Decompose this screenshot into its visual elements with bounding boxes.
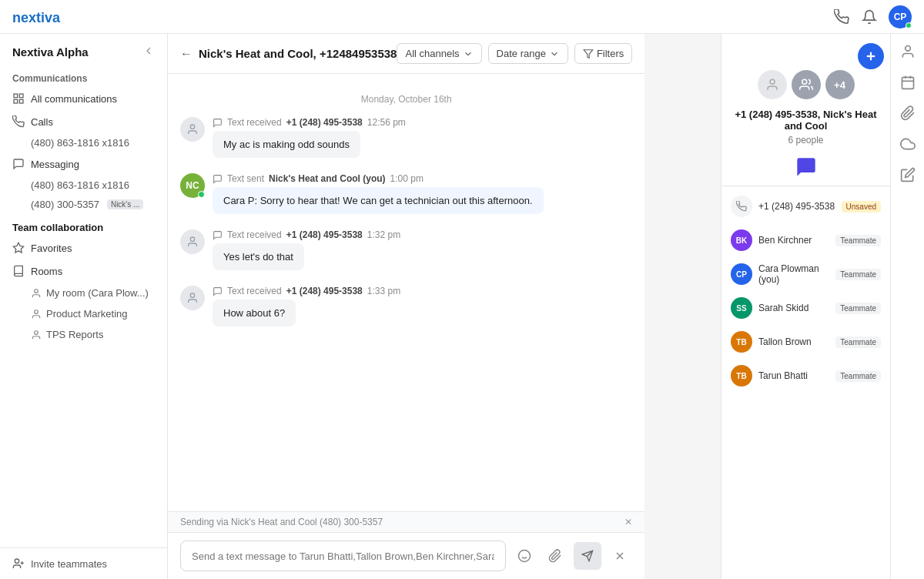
rail-person-icon[interactable] <box>899 43 916 60</box>
date-range-btn[interactable]: Date range <box>488 43 568 64</box>
member-badge-tarbhatti: Teammate <box>835 370 881 382</box>
msg-bubble-3: Yes let's do that <box>213 243 304 270</box>
compose-input-row <box>168 533 644 579</box>
member-avatar-cp: CP <box>731 263 752 285</box>
bell-icon[interactable] <box>861 8 878 25</box>
msg-content-3: Text received +1 (248) 495-3538 1:32 pm … <box>213 229 632 270</box>
member-badge-bk: Teammate <box>835 235 881 246</box>
svg-text:nextiva: nextiva <box>12 9 61 25</box>
emoji-btn[interactable] <box>512 544 537 568</box>
rail-edit-icon[interactable] <box>899 166 916 183</box>
panel-contact-name: +1 (248) 495-3538, Nick's Heat and Cool <box>721 105 890 135</box>
sidebar-calls-number[interactable]: (480) 863-1816 x1816 <box>0 133 167 152</box>
svg-point-12 <box>770 79 775 84</box>
phone-topbar-icon[interactable] <box>833 8 850 25</box>
panel-member-ss: SS Sarah Skidd Teammate <box>721 291 890 325</box>
member-avatar-ss: SS <box>731 297 752 319</box>
message-row: Text received +1 (248) 495-3538 12:56 pm… <box>180 117 632 158</box>
svg-point-21 <box>190 237 194 241</box>
msg-content-1: Text received +1 (248) 495-3538 12:56 pm… <box>213 117 632 158</box>
panel-member-tarbhatti: TB Tarun Bhatti Teammate <box>721 359 890 393</box>
member-name-bk: Ben Kirchner <box>758 235 829 246</box>
chat-body: Monday, October 16th Text received +1 (2… <box>168 74 644 511</box>
member-name-talbrown: Tallon Brown <box>758 336 829 347</box>
sidebar-item-rooms[interactable]: Rooms <box>0 259 167 283</box>
sidebar-messaging-number2[interactable]: (480) 300-5357 Nick's ... <box>0 195 167 214</box>
unsaved-badge: Unsaved <box>842 201 881 213</box>
phone-member-icon <box>731 196 752 217</box>
msg-avatar-received3 <box>180 229 205 254</box>
compose-close-btn[interactable] <box>608 544 632 568</box>
msg-bubble-4: How about 6? <box>213 300 296 326</box>
filters-btn[interactable]: Filters <box>574 43 632 64</box>
svg-point-9 <box>15 559 18 563</box>
sidebar-title: Nextiva Alpha <box>12 45 89 59</box>
msg-avatar-nc: NC <box>180 173 205 198</box>
communications-section-label: Communications <box>0 65 167 87</box>
svg-point-14 <box>905 46 910 52</box>
msg-bubble-2: Cara P: Sorry to hear that! We can get a… <box>213 187 544 214</box>
compose-close-icon[interactable]: ✕ <box>624 517 632 527</box>
compose-area: Sending via Nick's Heat and Cool (480) 3… <box>168 511 644 579</box>
msg-meta-4: Text received +1 (248) 495-3538 1:33 pm <box>213 286 632 296</box>
topbar-left: nextiva <box>12 6 82 28</box>
svg-marker-5 <box>13 243 23 253</box>
message-icon <box>12 158 25 170</box>
svg-rect-1 <box>14 94 18 98</box>
member-phone-number: +1 (248) 495-3538 <box>758 201 835 212</box>
svg-point-8 <box>35 330 38 334</box>
svg-point-22 <box>190 293 194 297</box>
svg-point-20 <box>190 125 194 129</box>
panel-message-icon[interactable] <box>721 152 890 182</box>
chat-header-left: ← Nick's Heat and Cool, +12484953538 <box>180 47 397 61</box>
star-icon <box>12 242 25 254</box>
sidebar-room-product-marketing[interactable]: Product Marketing <box>0 303 167 324</box>
rail-cloud-icon[interactable] <box>899 136 916 152</box>
msg-content-4: Text received +1 (248) 495-3538 1:33 pm … <box>213 286 632 326</box>
panel-avatar-person <box>758 70 787 99</box>
sidebar-item-messaging[interactable]: Messaging <box>0 152 167 176</box>
svg-rect-15 <box>902 77 913 89</box>
member-name-ss: Sarah Skidd <box>758 303 829 313</box>
phone-icon <box>12 115 25 128</box>
svg-marker-19 <box>584 49 593 58</box>
compose-text-input[interactable] <box>180 541 506 571</box>
svg-point-7 <box>35 310 38 313</box>
member-badge-ss: Teammate <box>835 303 881 314</box>
compose-via-label: Sending via Nick's Heat and Cool (480) 3… <box>168 512 644 533</box>
svg-point-13 <box>802 79 806 84</box>
attach-btn[interactable] <box>543 544 567 568</box>
sidebar-room-myroom[interactable]: My room (Cara Plow...) <box>0 283 167 303</box>
team-collab-section: Team collaboration <box>0 214 167 236</box>
send-btn[interactable] <box>574 542 601 570</box>
chat-header-right: All channels Date range Filters <box>397 43 632 64</box>
panel-member-talbrown: TB Tallon Brown Teammate <box>721 325 890 359</box>
svg-rect-3 <box>19 99 23 103</box>
msg-bubble-1: My ac is making odd sounds <box>213 131 360 158</box>
book-icon <box>12 265 25 277</box>
rail-calendar-icon[interactable] <box>899 74 916 91</box>
user-avatar[interactable]: CP <box>889 5 912 28</box>
svg-point-6 <box>35 289 38 293</box>
logo: nextiva <box>12 6 82 28</box>
sidebar-item-all-communications[interactable]: All communications <box>0 87 167 110</box>
rail-attachment-icon[interactable] <box>899 105 916 122</box>
all-channels-btn[interactable]: All channels <box>397 43 481 64</box>
member-name-cp: Cara Plowman (you) <box>758 263 829 285</box>
message-row-4: Text received +1 (248) 495-3538 1:33 pm … <box>180 286 632 326</box>
sidebar-item-calls[interactable]: Calls <box>0 110 167 133</box>
back-btn[interactable]: ← <box>180 47 192 61</box>
sidebar-collapse-btn[interactable] <box>142 45 155 59</box>
sidebar: Nextiva Alpha Communications All communi… <box>0 34 168 579</box>
invite-teammates-btn[interactable]: Invite teammates <box>0 547 167 579</box>
svg-rect-2 <box>19 94 23 98</box>
new-conversation-btn[interactable] <box>858 43 884 69</box>
member-name-tarbhatti: Tarun Bhatti <box>758 370 829 381</box>
member-badge-cp: Teammate <box>835 269 881 280</box>
svg-point-23 <box>519 551 531 562</box>
sidebar-messaging-number1[interactable]: (480) 863-1816 x1816 <box>0 176 167 195</box>
sidebar-room-tps-reports[interactable]: TPS Reports <box>0 324 167 345</box>
sidebar-item-favorites[interactable]: Favorites <box>0 236 167 259</box>
date-divider: Monday, October 16th <box>180 86 632 117</box>
message-row-3: Text received +1 (248) 495-3538 1:32 pm … <box>180 229 632 270</box>
